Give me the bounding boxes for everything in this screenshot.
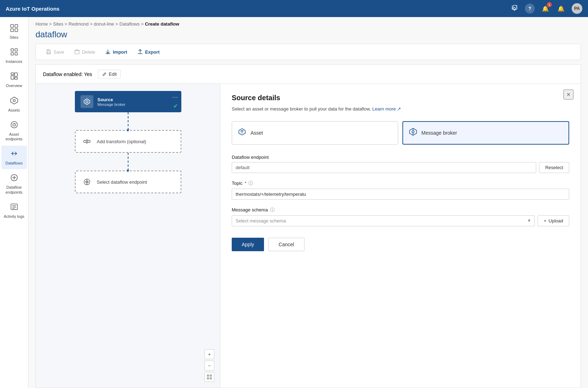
svg-rect-11: [15, 77, 17, 79]
canvas-controls: + −: [204, 349, 214, 382]
sidebar-item-asset-endpoints[interactable]: Asset endpoints: [1, 117, 27, 145]
import-label: Import: [113, 49, 127, 55]
canvas: Source Message broker ⋯ ✔ Add transform …: [36, 84, 220, 388]
save-button[interactable]: Save: [42, 47, 68, 57]
import-icon: [105, 49, 111, 55]
dataflow-endpoints-icon: [10, 173, 18, 184]
topic-info-icon[interactable]: ⓘ: [248, 180, 253, 187]
sidebar-item-overview-label: Overview: [6, 83, 22, 88]
fit-view-button[interactable]: [204, 372, 214, 382]
sidebar-item-activity-logs[interactable]: Activity logs: [1, 199, 27, 222]
endpoint-node[interactable]: Select dataflow endpoint: [75, 171, 181, 193]
upload-label: Upload: [549, 218, 563, 223]
panel-actions: Apply Cancel: [232, 238, 569, 251]
source-node-icon: [81, 95, 93, 108]
toolbar: Save Delete Import Export: [35, 44, 581, 60]
upload-button[interactable]: + Upload: [538, 215, 569, 226]
top-navigation: Azure IoT Operations ? 🔔 1 🔔 PA: [0, 0, 588, 17]
message-broker-type-button[interactable]: Message broker: [402, 121, 570, 145]
schema-select-wrapper: Select message schema ▼: [232, 215, 535, 226]
source-node-menu[interactable]: ⋯: [172, 94, 178, 101]
side-panel: × Source details Select an asset or mess…: [220, 84, 581, 388]
export-label: Export: [145, 49, 160, 55]
sidebar-item-dataflows-label: Dataflows: [5, 161, 22, 166]
export-icon: [137, 49, 143, 55]
notification-icon[interactable]: 🔔 1: [540, 4, 550, 14]
transform-node[interactable]: Add transform (optional): [75, 130, 181, 153]
learn-more-link[interactable]: Learn more ↗: [372, 106, 401, 112]
zoom-out-button[interactable]: −: [204, 361, 214, 371]
dataflow-info-bar: Dataflow enabled: Yes Edit: [35, 64, 581, 83]
sidebar-item-assets[interactable]: Assets: [1, 93, 27, 116]
sidebar-item-instances[interactable]: Instances: [1, 44, 27, 68]
breadcrumb-redmond[interactable]: Redmond: [68, 21, 88, 27]
svg-rect-24: [75, 50, 79, 54]
breadcrumb-dataflows[interactable]: Dataflows: [119, 21, 139, 27]
endpoint-node-text: Select dataflow endpoint: [97, 179, 147, 185]
breadcrumb-donut-line[interactable]: donut-line: [94, 21, 114, 27]
dataflows-icon: [10, 149, 18, 160]
topic-input[interactable]: [232, 189, 569, 200]
sidebar-item-sites[interactable]: Sites: [1, 20, 27, 43]
svg-rect-22: [48, 52, 50, 54]
panel-close-button[interactable]: ×: [564, 90, 573, 99]
transform-node-text: Add transform (optional): [97, 139, 146, 144]
connector-line-2: [128, 153, 128, 171]
page-title: dataflow: [28, 28, 588, 44]
zoom-in-button[interactable]: +: [204, 349, 214, 359]
sidebar-item-dataflow-endpoints[interactable]: Dataflow endpoints: [1, 170, 27, 198]
delete-button[interactable]: Delete: [70, 47, 100, 57]
asset-type-button[interactable]: Asset: [232, 121, 398, 145]
connector-line-1: [128, 112, 128, 130]
overview-icon: [10, 72, 18, 82]
apply-button[interactable]: Apply: [232, 238, 264, 251]
breadcrumb-home[interactable]: Home: [35, 21, 48, 27]
breadcrumb-sites[interactable]: Sites: [53, 21, 64, 27]
source-node[interactable]: Source Message broker ⋯ ✔: [75, 91, 181, 112]
endpoint-field-group: Dataflow endpoint Reselect: [232, 155, 569, 173]
schema-info-icon[interactable]: ⓘ: [270, 207, 275, 213]
transform-node-icon: [81, 136, 93, 147]
export-button[interactable]: Export: [133, 47, 164, 57]
schema-select[interactable]: Select message schema: [232, 215, 535, 226]
avatar[interactable]: PA: [572, 3, 582, 14]
activity-logs-icon: [10, 203, 18, 213]
svg-rect-34: [207, 375, 209, 376]
asset-type-icon: [238, 128, 246, 138]
svg-rect-8: [11, 73, 14, 75]
sidebar-item-overview[interactable]: Overview: [1, 68, 27, 92]
reselect-button[interactable]: Reselect: [539, 162, 569, 173]
panel-title: Source details: [232, 94, 569, 102]
dataflow-area: Source Message broker ⋯ ✔ Add transform …: [35, 83, 581, 388]
svg-rect-1: [15, 25, 18, 27]
delete-label: Delete: [82, 49, 95, 55]
svg-rect-37: [210, 378, 211, 379]
breadcrumb: Home > Sites > Redmond > donut-line > Da…: [28, 17, 588, 28]
sidebar-item-assets-label: Assets: [8, 108, 20, 113]
bell-icon[interactable]: 🔔: [556, 4, 566, 14]
svg-rect-2: [11, 29, 13, 32]
svg-rect-6: [11, 53, 13, 55]
sidebar-item-dataflows[interactable]: Dataflows: [1, 146, 27, 169]
settings-icon[interactable]: [509, 4, 519, 14]
svg-rect-9: [11, 76, 14, 79]
schema-field-row: Select message schema ▼ + Upload: [232, 215, 569, 226]
edit-button[interactable]: Edit: [98, 70, 121, 79]
svg-rect-35: [210, 375, 211, 376]
assets-icon: [10, 96, 18, 107]
source-node-check: ✔: [173, 103, 178, 109]
svg-rect-10: [15, 73, 17, 76]
source-node-title: Source: [98, 97, 176, 102]
svg-point-16: [14, 124, 15, 125]
sidebar: Sites Instances Overview Assets Asset en…: [0, 17, 28, 388]
edit-icon: [102, 72, 107, 77]
svg-marker-26: [84, 99, 90, 104]
endpoint-input[interactable]: [232, 162, 536, 173]
svg-rect-23: [48, 50, 49, 51]
save-icon: [46, 49, 51, 55]
save-label: Save: [54, 49, 64, 55]
cancel-button[interactable]: Cancel: [268, 238, 304, 251]
sidebar-item-asset-endpoints-label: Asset endpoints: [3, 132, 26, 141]
import-button[interactable]: Import: [101, 47, 131, 57]
help-icon[interactable]: ?: [525, 4, 535, 14]
